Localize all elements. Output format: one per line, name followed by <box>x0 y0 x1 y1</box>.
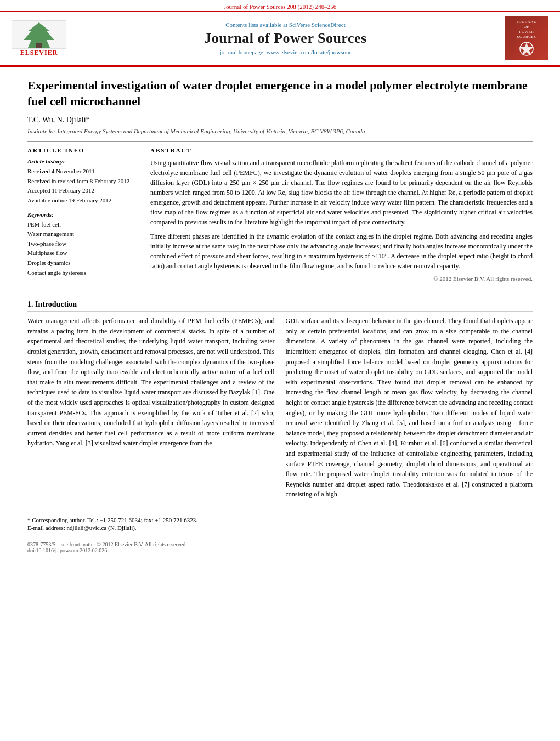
sciverse-prefix: Contents lists available at <box>225 21 289 28</box>
abstract-text: Using quantitative flow visualization an… <box>150 158 533 271</box>
body-col-right: GDL surface and its subsequent behavior … <box>286 316 533 504</box>
footnote-corresponding: * Corresponding author. Tel.: +1 250 721… <box>27 517 533 523</box>
elsevier-tree-logo <box>12 20 66 49</box>
footnote-area: * Corresponding author. Tel.: +1 250 721… <box>27 513 533 531</box>
issn-line: 0378-7753/$ – see front matter © 2012 El… <box>27 541 533 547</box>
elsevier-text: ELSEVIER <box>20 49 58 57</box>
two-col-body: Water management affects performance and… <box>27 316 533 504</box>
affiliation: Institute for Integrated Energy Systems … <box>27 128 533 134</box>
article-history-label: Article history: <box>27 158 130 165</box>
info-section: ARTICLE INFO Article history: Received 4… <box>27 141 533 282</box>
keyword-1: PEM fuel cell <box>27 220 130 230</box>
intro-right-para: GDL surface and its subsequent behavior … <box>286 316 533 500</box>
elsevier-logo-area: ELSEVIER <box>9 20 69 57</box>
sciverse-line: Contents lists available at SciVerse Sci… <box>76 21 495 28</box>
sciverse-link[interactable]: SciVerse ScienceDirect <box>289 21 346 28</box>
abstract-col: ABSTRACT Using quantitative flow visuali… <box>150 147 533 282</box>
date-4: Available online 19 February 2012 <box>27 196 130 206</box>
jps-logo-box: JOURNAL OF POWER SOURCES <box>505 16 548 60</box>
jps-logo-text4: SOURCES <box>517 35 536 39</box>
introduction-title: 1. Introduction <box>27 300 533 312</box>
keyword-6: Contact angle hysteresis <box>27 268 130 278</box>
header-center: Contents lists available at SciVerse Sci… <box>76 21 495 55</box>
page-wrapper: Journal of Power Sources 208 (2012) 248–… <box>0 0 560 564</box>
authors-text: T.C. Wu, N. Djilali* <box>27 116 90 124</box>
keyword-3: Two-phase flow <box>27 239 130 249</box>
jps-logo-text3: POWER <box>517 30 536 35</box>
journal-homepage-line: journal homepage: www.elsevier.com/locat… <box>76 49 495 55</box>
section-divider <box>27 291 533 291</box>
journal-top-bar: Journal of Power Sources 208 (2012) 248–… <box>0 0 560 11</box>
jps-logo-text: JOURNAL <box>517 20 536 25</box>
header-band: ELSEVIER Contents lists available at Sci… <box>0 11 560 65</box>
article-title: Experimental investigation of water drop… <box>27 78 533 109</box>
svg-rect-2 <box>36 43 42 48</box>
doi-line: doi:10.1016/j.jpowsour.2012.02.026 <box>27 547 533 553</box>
jps-logo-text2: OF <box>517 25 536 30</box>
main-content: Experimental investigation of water drop… <box>0 67 560 564</box>
jps-logo-area: JOURNAL OF POWER SOURCES <box>502 16 551 60</box>
footnote-email: E-mail address: ndjilali@uvic.ca (N. Dji… <box>27 524 533 531</box>
keyword-2: Water management <box>27 229 130 239</box>
keywords-label: Keywords: <box>27 211 130 218</box>
jps-logo-icon <box>513 41 540 57</box>
abstract-header: ABSTRACT <box>150 147 533 154</box>
date-3: Accepted 11 February 2012 <box>27 186 130 196</box>
section-title-text: Introduction <box>35 300 77 308</box>
article-info-col: ARTICLE INFO Article history: Received 4… <box>27 147 137 282</box>
date-2: Received in revised form 8 February 2012 <box>27 177 130 186</box>
keyword-5: Droplet dynamics <box>27 258 130 268</box>
dates-list: Received 4 November 2011 Received in rev… <box>27 167 130 205</box>
journal-ref-text: Journal of Power Sources 208 (2012) 248–… <box>224 3 336 10</box>
keywords-section: Keywords: PEM fuel cell Water management… <box>27 211 130 278</box>
authors: T.C. Wu, N. Djilali* <box>27 116 533 125</box>
section-number: 1. <box>27 300 33 308</box>
bottom-bar: 0378-7753/$ – see front matter © 2012 El… <box>27 538 533 553</box>
body-col-left: Water management affects performance and… <box>27 316 275 504</box>
date-1: Received 4 November 2011 <box>27 167 130 177</box>
article-info-header: ARTICLE INFO <box>27 147 130 154</box>
intro-left-para: Water management affects performance and… <box>27 316 275 449</box>
abstract-para-2: Three different phases are identified in… <box>150 231 533 271</box>
journal-title-main: Journal of Power Sources <box>76 30 495 47</box>
copyright-line: © 2012 Elsevier B.V. All rights reserved… <box>150 275 533 282</box>
abstract-para-1: Using quantitative flow visualization an… <box>150 158 533 227</box>
homepage-url[interactable]: www.elsevier.com/locate/jpowsour <box>267 49 351 55</box>
homepage-prefix: journal homepage: <box>220 49 267 55</box>
keyword-4: Multiphase flow <box>27 248 130 258</box>
